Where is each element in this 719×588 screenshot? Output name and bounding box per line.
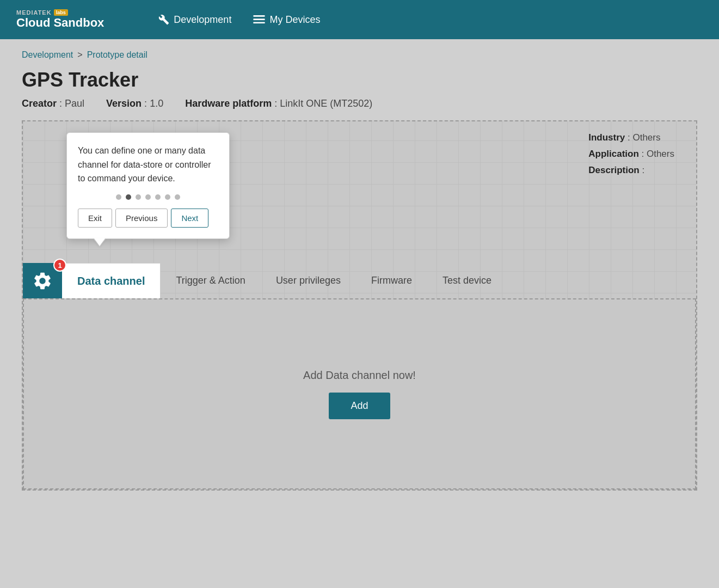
description-label: Description	[588, 165, 640, 175]
dot-5	[155, 194, 161, 200]
logo: MEDIATEK labs Cloud Sandbox	[16, 9, 104, 30]
tab-trigger-action[interactable]: Trigger & Action	[161, 263, 260, 298]
tab-data-channel[interactable]: Data channel	[62, 263, 161, 298]
hardware-value: LinkIt ONE (MT2502)	[280, 98, 372, 109]
hardware-label: Hardware platform	[185, 98, 272, 109]
labs-badge: labs	[54, 9, 68, 16]
breadcrumb-development[interactable]: Development	[22, 50, 73, 60]
badge-number: 1	[53, 259, 66, 272]
industry-label: Industry	[588, 132, 625, 143]
menu-icon	[253, 15, 265, 24]
tab-trigger-action-label: Trigger & Action	[176, 275, 245, 286]
application-label: Application	[588, 149, 639, 159]
dot-6	[165, 194, 170, 200]
dot-7	[175, 194, 180, 200]
mediatek-label: MEDIATEK	[16, 9, 52, 16]
nav-my-devices[interactable]: My Devices	[253, 14, 320, 26]
svg-rect-2	[254, 22, 265, 23]
lower-content: Add Data channel now! Add	[23, 298, 696, 489]
previous-button[interactable]: Previous	[115, 209, 168, 228]
nav-development-label: Development	[174, 14, 231, 26]
industry-value: Others	[632, 132, 660, 143]
application-value: Others	[647, 149, 674, 159]
app-name: Cloud Sandbox	[16, 16, 104, 30]
metadata-row: Creator : Paul Version : 1.0 Hardware pl…	[22, 98, 697, 109]
breadcrumb-current: Prototype detail	[87, 50, 148, 60]
svg-rect-0	[254, 15, 265, 17]
hardware-field: Hardware platform : LinkIt ONE (MT2502)	[185, 98, 372, 109]
gear-tab[interactable]: 1	[23, 263, 62, 298]
version-label: Version	[106, 98, 142, 109]
breadcrumb: Development > Prototype detail	[22, 50, 697, 60]
nav-my-devices-label: My Devices	[269, 14, 320, 26]
dot-3	[136, 194, 141, 200]
tooltip-popover: You can define one or many data channel …	[66, 132, 230, 239]
creator-value: Paul	[65, 98, 84, 109]
page-title: GPS Tracker	[22, 69, 697, 91]
tab-firmware-label: Firmware	[371, 275, 412, 286]
version-value: 1.0	[150, 98, 163, 109]
next-button[interactable]: Next	[171, 209, 208, 228]
add-channel-text: Add Data channel now!	[303, 369, 416, 382]
version-field: Version : 1.0	[106, 98, 163, 109]
tab-data-channel-label: Data channel	[77, 275, 145, 287]
tab-test-device[interactable]: Test device	[427, 263, 507, 298]
tab-user-privileges-label: User privileges	[276, 275, 341, 286]
dot-4	[145, 194, 151, 200]
svg-rect-1	[254, 19, 265, 20]
tab-test-device-label: Test device	[443, 275, 491, 286]
dot-1	[116, 194, 121, 200]
add-button[interactable]: Add	[329, 393, 390, 419]
header: MEDIATEK labs Cloud Sandbox Development …	[0, 0, 719, 39]
main-content: Development > Prototype detail GPS Track…	[0, 39, 719, 588]
tooltip-text: You can define one or many data channel …	[78, 144, 218, 186]
creator-field: Creator : Paul	[22, 98, 84, 109]
dots-indicator	[78, 194, 218, 200]
tab-firmware[interactable]: Firmware	[356, 263, 427, 298]
nav-development[interactable]: Development	[158, 14, 231, 26]
popover-buttons: Exit Previous Next	[78, 209, 218, 228]
wrench-icon	[158, 14, 169, 25]
dot-2	[126, 194, 131, 200]
tab-user-privileges[interactable]: User privileges	[261, 263, 356, 298]
info-panel: Industry : Others Application : Others D…	[588, 132, 674, 181]
header-nav: Development My Devices	[158, 14, 320, 26]
gear-icon	[32, 271, 53, 291]
breadcrumb-separator: >	[77, 50, 82, 60]
tab-bar: 1 Data channel Trigger & Action User pri…	[23, 263, 507, 298]
content-area: Industry : Others Application : Others D…	[22, 120, 697, 491]
exit-button[interactable]: Exit	[78, 209, 112, 228]
creator-label: Creator	[22, 98, 57, 109]
